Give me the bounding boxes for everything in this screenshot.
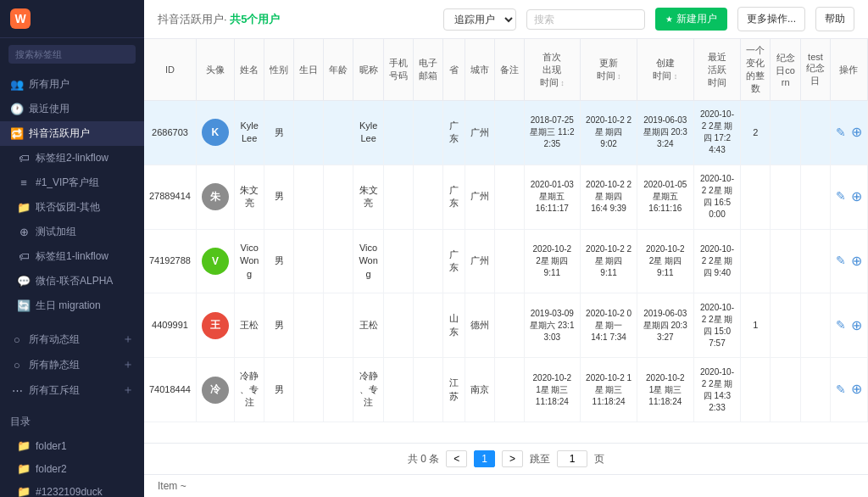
add-static-btn[interactable]: ＋ [122, 357, 134, 372]
cell-avatar: K [196, 101, 234, 165]
topbar: 抖音活跃用户· 共5个用户 追踪用户 新建用户 更多操作... 帮助 [144, 0, 868, 39]
cell-test-anniversary [800, 293, 830, 358]
sidebar-item-birthday[interactable]: 🔄 生日 migration [0, 293, 144, 318]
add-dynamic-btn[interactable]: ＋ [122, 332, 134, 347]
main-content: 抖音活跃用户· 共5个用户 追踪用户 新建用户 更多操作... 帮助 ID 头像… [144, 0, 868, 497]
cell-note [494, 293, 524, 358]
cell-change-num: 2 [741, 101, 771, 165]
users-icon: 👥 [10, 78, 24, 91]
col-phone: 手机号码 [383, 39, 413, 101]
add-icon[interactable]: ⊕ [851, 187, 862, 206]
cell-phone [383, 293, 413, 358]
cell-phone [383, 101, 413, 165]
help-button[interactable]: 帮助 [815, 7, 854, 31]
cell-province: 广东 [442, 229, 465, 293]
prev-page-button[interactable]: < [446, 450, 467, 467]
sidebar-item-dynamic[interactable]: ○ 所有动态组 ＋ [0, 327, 144, 352]
new-user-button[interactable]: 新建用户 [655, 8, 727, 31]
cell-phone [383, 229, 413, 293]
more-actions-button[interactable]: 更多操作... [737, 7, 805, 31]
cell-anniversary-corn [771, 101, 801, 165]
col-gender: 性别 [264, 39, 294, 101]
sidebar-dir-duck[interactable]: 📁 #1232109duck [0, 480, 144, 497]
cell-email [413, 293, 442, 358]
bottom-bar: Item ~ [144, 474, 868, 497]
cell-name: Vico Won g [234, 229, 264, 293]
total-count: 共 0 条 [408, 452, 439, 466]
goto-input[interactable] [557, 450, 587, 467]
cell-id: 74192788 [144, 229, 196, 293]
edit-icon[interactable]: ✎ [836, 125, 846, 142]
add-icon[interactable]: ⊕ [851, 380, 862, 399]
sidebar-item-recent[interactable]: 🕐 最近使用 [0, 97, 144, 121]
cell-last-active: 2020-10-2 2星 期四 16:5 0:00 [693, 165, 741, 229]
sidebar-label-folder1: folder1 [36, 440, 67, 452]
search-input[interactable] [8, 45, 136, 64]
search-input-topbar[interactable] [526, 9, 645, 30]
table-container: ID 头像 姓名 性别 生日 年龄 昵称 手机号码 电子邮箱 省 城市 备注 首… [144, 39, 868, 443]
sidebar-item-tag1[interactable]: 🏷 标签组1-linkflow [0, 244, 144, 269]
add-mutual-btn[interactable]: ＋ [122, 383, 134, 398]
sidebar-item-static[interactable]: ○ 所有静态组 ＋ [0, 352, 144, 377]
cell-updated: 2020-10-2 2星 期四 9:11 [581, 229, 637, 293]
table-row: 2686703 K Kyle Lee 男 Kyle Lee 广东 广州 2018… [144, 101, 868, 165]
cell-nickname: Kyle Lee [353, 101, 383, 165]
cell-created: 2019-06-03 星期四 20:3 3:27 [637, 293, 694, 358]
sidebar-item-mutual[interactable]: ⋯ 所有互斥组 ＋ [0, 377, 144, 403]
sidebar-item-lianjian[interactable]: 📁 联否饭团-其他 [0, 195, 144, 220]
sidebar-item-all-users[interactable]: 👥 所有用户 [0, 72, 144, 97]
cell-updated: 2020-10-2 2星 期四 9:02 [581, 101, 637, 165]
sidebar-label-mutual: 所有互斥组 [29, 383, 80, 398]
cell-first-seen: 2020-10-2 2星 期四 9:11 [524, 229, 581, 293]
cell-province: 广东 [442, 101, 465, 165]
cell-age [324, 101, 353, 165]
cell-age [324, 165, 353, 229]
col-actions: 操作 [830, 39, 867, 101]
col-test-anniversary: test纪念日 [800, 39, 830, 101]
page-1-button[interactable]: 1 [474, 450, 495, 467]
next-page-button[interactable]: > [502, 450, 523, 467]
cell-test-anniversary [800, 358, 830, 422]
cell-name: 冷静 、专 注 [234, 358, 264, 422]
static-icon: ○ [10, 359, 24, 371]
edit-icon[interactable]: ✎ [836, 382, 846, 399]
sidebar-item-douyin-active[interactable]: 🔁 抖音活跃用户 [0, 121, 144, 146]
edit-icon[interactable]: ✎ [836, 317, 846, 334]
dir-label-text: 目录 [10, 415, 31, 429]
cell-gender: 男 [264, 229, 294, 293]
sidebar-item-tag2[interactable]: 🏷 标签组2-linkflow [0, 146, 144, 170]
logo-icon: W [10, 8, 31, 29]
sidebar-label-vip: #1_VIP客户组 [36, 176, 99, 190]
sidebar-item-wechat[interactable]: 💬 微信-联否ALPHA [0, 269, 144, 293]
avatar: 朱 [202, 183, 229, 210]
cell-id: 2686703 [144, 101, 196, 165]
sidebar-label-duck: #1232109duck [36, 486, 103, 498]
sidebar-search-container [0, 38, 144, 70]
cell-nickname: Vico Won g [353, 229, 383, 293]
sidebar-item-vip[interactable]: ≡ #1_VIP客户组 [0, 170, 144, 195]
edit-icon[interactable]: ✎ [836, 188, 846, 205]
dynamic-icon: ○ [10, 333, 24, 346]
edit-icon[interactable]: ✎ [836, 253, 846, 270]
goto-label: 跳至 [530, 452, 550, 466]
add-icon[interactable]: ⊕ [851, 123, 862, 142]
page-label: 页 [594, 452, 604, 466]
sidebar: W 👥 所有用户 🕐 最近使用 🔁 抖音活跃用户 🏷 标签组2-linkflow… [0, 0, 144, 497]
folder1-icon: 📁 [17, 439, 31, 452]
add-icon[interactable]: ⊕ [851, 252, 862, 271]
col-avatar: 头像 [196, 39, 234, 101]
sidebar-label-dynamic: 所有动态组 [29, 332, 80, 347]
page-title-count: 共5个用户 [230, 13, 280, 25]
cell-created: 2020-01-05 星期五 16:11:16 [637, 165, 694, 229]
cell-updated: 2020-10-2 1星 期三 11:18:24 [581, 358, 637, 422]
sidebar-label-test-add: 测试加组 [36, 225, 76, 239]
sidebar-item-test-add[interactable]: ⊕ 测试加组 [0, 220, 144, 244]
track-select[interactable]: 追踪用户 [443, 8, 516, 31]
add-icon[interactable]: ⊕ [851, 316, 862, 335]
cell-last-active: 2020-10-2 2星 期四 15:0 7:57 [693, 293, 741, 358]
sidebar-dir-folder1[interactable]: 📁 folder1 [0, 434, 144, 457]
page-title-main: 抖音活跃用户· [158, 13, 227, 25]
cell-city: 广州 [465, 229, 494, 293]
cell-name: Kyle Lee [234, 101, 264, 165]
sidebar-dir-folder2[interactable]: 📁 folder2 [0, 457, 144, 480]
